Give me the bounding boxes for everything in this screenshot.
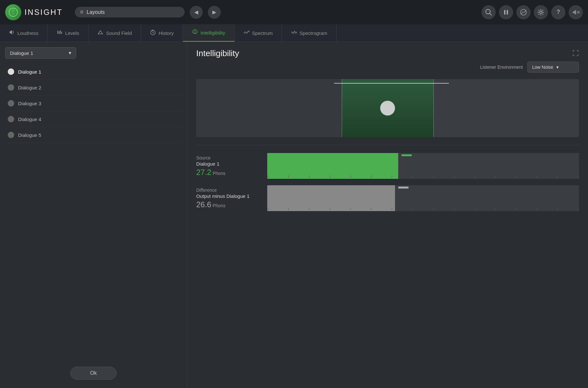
chevron-down-icon: ▾ [69, 50, 71, 56]
scatter-middle-zone [342, 79, 434, 137]
dialogue-dropdown-label: Dialogue 1 [10, 50, 33, 56]
loudness-icon [9, 29, 15, 36]
svg-rect-11 [60, 30, 61, 34]
tab-soundfield-label: Sound Field [106, 30, 132, 36]
tab-spectrogram[interactable]: Spectrogram [282, 24, 337, 42]
dialogue-dot-1 [8, 68, 14, 75]
dialogue-dot-3 [8, 100, 14, 107]
history-icon [150, 29, 156, 36]
mute-button[interactable] [569, 5, 583, 19]
intelligibility-scatter [196, 79, 579, 137]
svg-rect-9 [57, 31, 58, 34]
layouts-selector[interactable]: ≡ Layouts [75, 7, 185, 17]
layouts-label: Layouts [87, 9, 179, 15]
svg-point-6 [540, 11, 542, 13]
difference-sub: Output minus Dialogue 1 [196, 193, 261, 199]
tab-levels[interactable]: Levels [48, 24, 88, 42]
source-bar-marker [401, 154, 412, 156]
tab-history[interactable]: History [141, 24, 183, 42]
nav-back-button[interactable]: ◀ [190, 6, 203, 19]
difference-value: 26.6Phons [196, 200, 261, 209]
tab-spectrum[interactable]: Spectrum [235, 24, 282, 42]
difference-row: Difference Output minus Dialogue 1 26.6P… [196, 185, 579, 211]
dialogue-dot-2 [8, 84, 14, 91]
help-button[interactable]: ? [551, 5, 565, 19]
tab-intelligibility[interactable]: Intelligibility [183, 24, 235, 42]
tab-loudness[interactable]: Loudness [0, 24, 48, 42]
svg-rect-10 [59, 31, 59, 34]
svg-rect-12 [61, 32, 62, 34]
scatter-vline-right [433, 79, 434, 137]
env-chevron-icon: ▾ [556, 65, 559, 70]
app-title: INSIGHT [25, 8, 63, 17]
help-icon: ? [557, 9, 560, 15]
listener-env-value: Low Noise [532, 65, 553, 70]
search-button[interactable] [482, 5, 496, 19]
dialogue-item-3[interactable]: Dialogue 3 [5, 96, 182, 111]
right-panel: Intelligibility ⛶ Listener Environment L… [187, 42, 588, 388]
app-header: INSIGHT ≡ Layouts ◀ ▶ [0, 0, 588, 24]
difference-unit: Phons [213, 203, 226, 208]
scatter-line [334, 83, 449, 84]
difference-bar-fill [267, 185, 395, 211]
nav-forward-button[interactable]: ▶ [208, 6, 221, 19]
source-name: Source [196, 155, 261, 160]
left-panel: Dialogue 1 ▾ Dialogue 1 Dialogue 2 Dialo… [0, 42, 187, 388]
difference-bar [267, 185, 579, 211]
expand-icon[interactable]: ⛶ [573, 50, 579, 57]
listener-env-select[interactable]: Low Noise ▾ [527, 62, 579, 73]
app-logo [5, 4, 21, 20]
svg-point-15 [195, 31, 196, 32]
source-row: Source Dialogue 1 27.2Phons [196, 153, 579, 179]
dialogue-dot-4 [8, 116, 14, 122]
dialogue-item-1[interactable]: Dialogue 1 [5, 64, 182, 80]
difference-name: Difference [196, 188, 261, 193]
ok-btn-area: Ok [5, 362, 182, 383]
source-sub: Dialogue 1 [196, 161, 261, 167]
ok-button[interactable]: Ok [70, 367, 116, 380]
source-bar [267, 153, 579, 179]
difference-label-area: Difference Output minus Dialogue 1 26.6P… [196, 188, 261, 209]
tab-spectrum-label: Spectrum [252, 30, 273, 36]
dialogue-list: Dialogue 1 Dialogue 2 Dialogue 3 Dialogu… [5, 64, 182, 143]
divider-1 [196, 145, 579, 145]
dialogue-item-4[interactable]: Dialogue 4 [5, 111, 182, 127]
tab-soundfield[interactable]: Sound Field [88, 24, 141, 42]
dialogue-item-1-label: Dialogue 1 [18, 69, 41, 75]
listener-environment: Listener Environment Low Noise ▾ [196, 62, 579, 73]
scatter-vline-left [342, 79, 342, 137]
svg-line-2 [490, 13, 492, 15]
dialogue-item-4-label: Dialogue 4 [18, 117, 41, 122]
dialogue-item-5[interactable]: Dialogue 5 [5, 127, 182, 143]
meters-button[interactable] [516, 5, 531, 19]
source-bar-fill [267, 153, 398, 179]
source-value: 27.2Phons [196, 168, 261, 177]
levels-icon [57, 29, 63, 36]
dialogue-dropdown[interactable]: Dialogue 1 ▾ [5, 47, 76, 59]
scatter-indicator-dot [380, 101, 395, 116]
tab-levels-label: Levels [65, 30, 79, 36]
layouts-icon: ≡ [80, 9, 84, 15]
settings-button[interactable] [534, 5, 548, 19]
source-label-area: Source Dialogue 1 27.2Phons [196, 155, 261, 177]
panel-header: Intelligibility ⛶ [196, 48, 579, 58]
spectrum-icon [244, 29, 249, 36]
dialogue-dot-5 [8, 132, 14, 138]
spectrogram-icon [291, 29, 297, 36]
panel-title: Intelligibility [196, 48, 239, 58]
intelligibility-icon [192, 29, 198, 36]
soundfield-icon [97, 29, 103, 36]
tab-bar: Loudness Levels Sound Field Histo [0, 24, 588, 42]
svg-rect-4 [507, 10, 508, 15]
logo-area: INSIGHT [5, 4, 70, 20]
pause-button[interactable] [499, 5, 513, 19]
scatter-right-zone [433, 79, 579, 137]
source-num: 27.2 [196, 168, 211, 177]
header-controls: ? [482, 5, 583, 19]
dialogue-item-5-label: Dialogue 5 [18, 132, 41, 138]
dialogue-item-2[interactable]: Dialogue 2 [5, 80, 182, 96]
dialogue-item-3-label: Dialogue 3 [18, 101, 41, 106]
difference-bar-marker [398, 187, 409, 189]
listener-env-label: Listener Environment [480, 65, 523, 70]
tab-spectrogram-label: Spectrogram [299, 30, 327, 36]
